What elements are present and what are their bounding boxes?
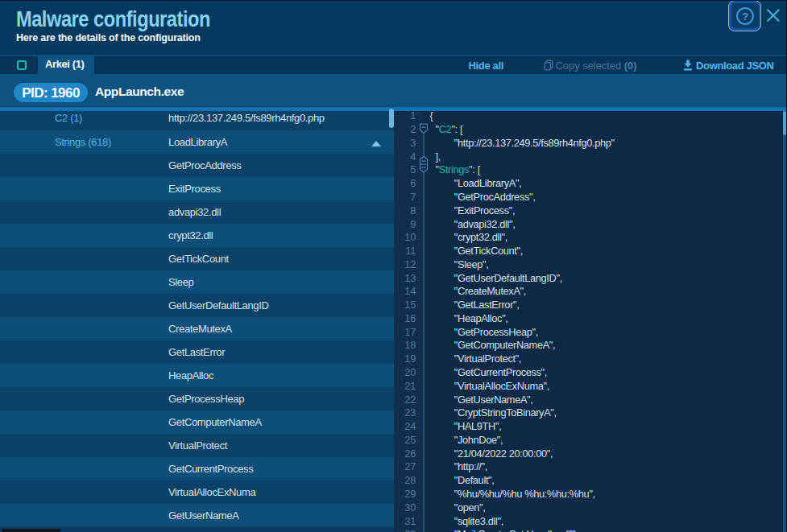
svg-text:?: ? xyxy=(742,10,748,23)
